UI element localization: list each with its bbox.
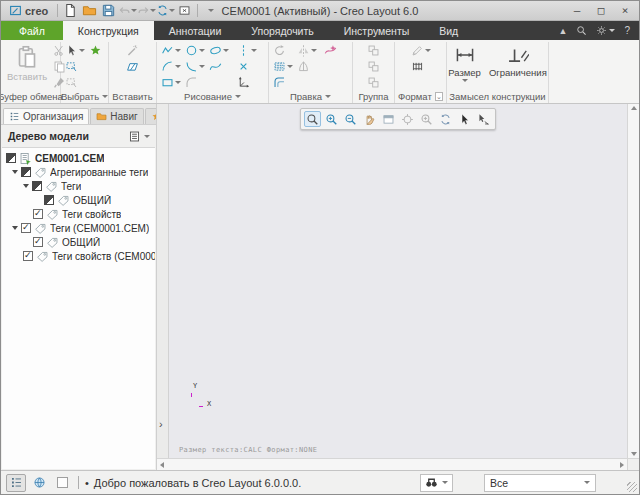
save-button[interactable] xyxy=(99,3,117,19)
maximize-button[interactable]: □ xyxy=(589,3,613,19)
expander-icon[interactable] xyxy=(12,226,18,230)
tree-settings-caret[interactable] xyxy=(144,135,150,138)
ellipse-tool-button[interactable] xyxy=(208,42,230,58)
help-icon[interactable]: ? xyxy=(624,25,630,36)
rotate-button[interactable] xyxy=(272,42,294,58)
zoom-region-button[interactable] xyxy=(304,111,321,127)
curve-tool-button[interactable] xyxy=(184,58,206,74)
point-tool-button[interactable] xyxy=(236,58,258,74)
explode-group-button[interactable] xyxy=(366,74,381,90)
select-region-button[interactable] xyxy=(64,74,86,90)
scroll-right-arrow[interactable] xyxy=(620,462,624,468)
zoom-selected-button[interactable] xyxy=(418,111,435,127)
tree-row[interactable]: Теги свойств (CEM0001.CEM) xyxy=(2,249,155,263)
zoom-out-button[interactable] xyxy=(342,111,359,127)
minimize-button[interactable]: – xyxy=(565,3,589,19)
arc-tool-button[interactable] xyxy=(160,58,182,74)
scroll-down-arrow[interactable] xyxy=(631,452,637,456)
scroll-up-arrow[interactable] xyxy=(631,106,637,110)
open-file-button[interactable] xyxy=(80,3,98,19)
centerline-tool-button[interactable] xyxy=(236,42,258,58)
coordinate-system-button[interactable] xyxy=(236,74,258,90)
group-button[interactable] xyxy=(366,42,381,58)
collapse-panel-arrow[interactable]: › xyxy=(159,419,163,429)
offset-button[interactable] xyxy=(272,74,294,90)
expander-icon[interactable] xyxy=(23,184,29,188)
resize-grip[interactable] xyxy=(627,482,637,492)
tree-settings-icon[interactable] xyxy=(128,130,141,143)
tree-checkbox[interactable] xyxy=(33,209,43,219)
pan-button[interactable] xyxy=(361,111,378,127)
tree-row[interactable]: Теги (CEM0001.CEM) xyxy=(2,221,155,235)
repaint-button[interactable] xyxy=(437,111,454,127)
panel-tab-organization[interactable]: Организация xyxy=(3,108,89,124)
filter-dropdown[interactable]: Все xyxy=(484,474,596,492)
tree-row[interactable]: ОБЩИЙ xyxy=(2,235,155,249)
tree-checkbox[interactable] xyxy=(33,237,43,247)
tree-checkbox[interactable] xyxy=(6,153,16,163)
close-window-button[interactable] xyxy=(175,3,193,19)
redo-button[interactable] xyxy=(137,3,155,19)
paste-button[interactable]: Вставить xyxy=(4,42,50,84)
panel-splitter[interactable]: › xyxy=(157,104,169,470)
format-dialog-launcher[interactable]: ⌄ xyxy=(435,92,443,101)
tab-view[interactable]: Вид xyxy=(424,21,473,40)
search-tool[interactable] xyxy=(420,474,453,492)
zoom-in-button[interactable] xyxy=(323,111,340,127)
rectangle-tool-button[interactable] xyxy=(160,74,182,90)
pick-options-button[interactable] xyxy=(475,111,492,127)
close-button[interactable]: × xyxy=(613,3,637,19)
options-button[interactable] xyxy=(596,25,615,36)
command-search-icon[interactable] xyxy=(576,25,587,36)
spline-tool-button[interactable] xyxy=(208,58,230,74)
circle-tool-button[interactable] xyxy=(184,42,206,58)
pattern-button[interactable] xyxy=(272,58,294,74)
smart-select-button[interactable] xyxy=(88,42,103,58)
tab-organize[interactable]: Упорядочить xyxy=(236,21,328,40)
zoom-fit-button[interactable] xyxy=(380,111,397,127)
collapse-ribbon-icon[interactable]: ▲ xyxy=(559,26,568,36)
line-style-button[interactable] xyxy=(410,42,432,58)
tree-checkbox[interactable] xyxy=(32,181,42,191)
scroll-left-arrow[interactable] xyxy=(160,462,164,468)
tree-row[interactable]: ОБЩИЙ xyxy=(2,193,155,207)
vertical-scrollbar[interactable] xyxy=(627,104,639,458)
drawing-canvas[interactable]: Y X Размер текста:CALC Формат:NONE xyxy=(169,104,627,458)
toggle-model-tree-button[interactable] xyxy=(6,474,26,492)
mirror-button[interactable] xyxy=(296,42,318,58)
tree-row[interactable]: Теги xyxy=(2,179,155,193)
tab-annotations[interactable]: Аннотации xyxy=(154,21,237,40)
tree-checkbox[interactable] xyxy=(44,195,54,205)
hatch-button[interactable] xyxy=(410,58,432,74)
tree-checkbox[interactable] xyxy=(21,167,31,177)
insert-object-button[interactable] xyxy=(125,58,140,74)
new-file-button[interactable] xyxy=(61,3,79,19)
tree-row[interactable]: Теги свойств xyxy=(2,207,155,221)
tab-file[interactable]: Файл xyxy=(1,21,63,40)
select-box-button[interactable] xyxy=(64,58,86,74)
panel-tab-favorites[interactable]: Избр xyxy=(145,108,156,124)
dimension-button[interactable]: Размер xyxy=(445,42,484,84)
scale-button[interactable] xyxy=(296,58,318,74)
tree-row[interactable]: Агрегированные теги xyxy=(2,165,155,179)
select-items-button[interactable] xyxy=(64,42,86,58)
tree-checkbox[interactable] xyxy=(21,223,31,233)
horizontal-scrollbar[interactable] xyxy=(157,458,627,470)
center-view-button[interactable] xyxy=(399,111,416,127)
undo-button[interactable] xyxy=(118,3,136,19)
trim-button[interactable] xyxy=(323,42,338,58)
customize-qat-button[interactable] xyxy=(202,3,220,19)
insert-trace-button[interactable] xyxy=(125,42,140,58)
tab-tools[interactable]: Инструменты xyxy=(329,21,424,40)
tree-row[interactable]: CEM0001.CEM xyxy=(2,151,155,165)
line-tool-button[interactable] xyxy=(160,42,182,58)
ungroup-button[interactable] xyxy=(366,58,381,74)
web-browser-button[interactable] xyxy=(29,474,49,492)
tree-checkbox[interactable] xyxy=(23,251,33,261)
tab-design[interactable]: Конструкция xyxy=(63,21,154,40)
search-caret[interactable] xyxy=(442,481,448,484)
fillet-tool-button[interactable] xyxy=(184,74,206,90)
pick-button[interactable] xyxy=(456,111,473,127)
panel-tab-navigator[interactable]: Навиг xyxy=(90,108,143,124)
constraints-button[interactable]: Ограничения xyxy=(486,42,550,80)
